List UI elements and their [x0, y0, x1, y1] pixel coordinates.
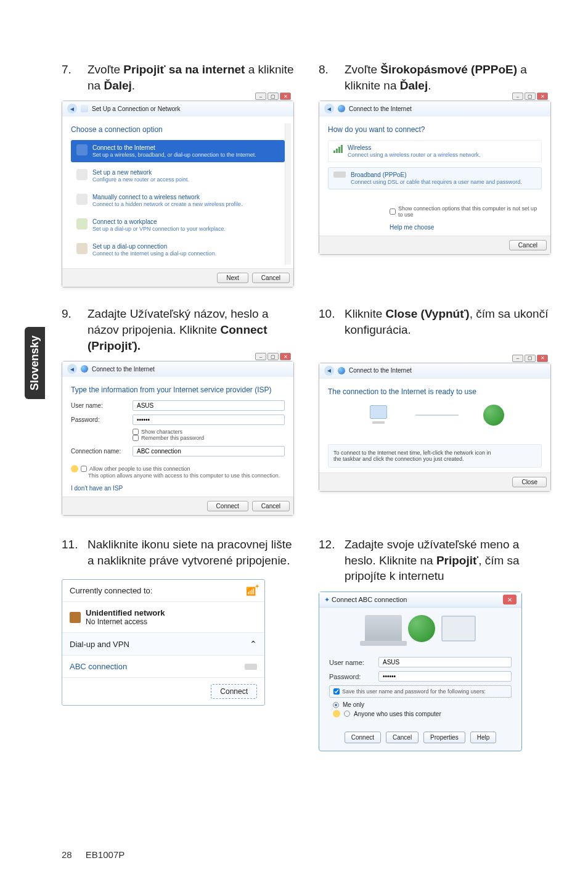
- connect-button[interactable]: Connect: [211, 684, 257, 699]
- laptop-icon: [365, 615, 402, 642]
- checkbox-label: Show connection options that this comput…: [398, 205, 542, 218]
- tray-popup: Currently connected to: 📶 Unidentified n…: [62, 579, 265, 706]
- radio-icon: [344, 711, 350, 717]
- checkbox[interactable]: [133, 429, 139, 435]
- connection-line: [415, 415, 459, 416]
- close-button[interactable]: ✕: [503, 595, 517, 604]
- back-icon[interactable]: ◄: [67, 364, 77, 374]
- cancel-button[interactable]: Cancel: [386, 732, 419, 743]
- connection-name-input[interactable]: [133, 446, 285, 456]
- close-button-footer[interactable]: Close: [512, 477, 547, 487]
- window-buttons: – ▢ ✕: [255, 353, 291, 360]
- scrollbar[interactable]: [285, 123, 291, 265]
- tray-abc-row[interactable]: ABC connection: [62, 656, 264, 678]
- checkbox[interactable]: [390, 208, 396, 215]
- remember-checkbox[interactable]: Remember this password: [133, 435, 285, 441]
- step-8: 8. Zvoľte Širokopásmové (PPPoE) a klikni…: [319, 62, 551, 93]
- tray-network-row: Unidentified network No Internet access: [62, 602, 264, 633]
- option-wireless[interactable]: WirelessConnect using a wireless router …: [328, 140, 542, 162]
- checkbox[interactable]: [81, 466, 87, 472]
- back-icon[interactable]: ◄: [324, 366, 334, 376]
- option-label: Connect to the Internet: [92, 144, 155, 151]
- password-input[interactable]: [378, 671, 512, 682]
- option-workplace[interactable]: Connect to a workplaceSet up a dial-up o…: [71, 214, 285, 236]
- save-credentials-box: Save this user name and password for the…: [329, 685, 512, 698]
- back-icon[interactable]: ◄: [67, 104, 77, 113]
- cancel-button[interactable]: Cancel: [252, 273, 290, 283]
- next-button[interactable]: Next: [217, 273, 248, 283]
- no-isp-link[interactable]: I don't have an ISP: [71, 485, 285, 492]
- maximize-button[interactable]: ▢: [267, 353, 279, 360]
- checkbox[interactable]: [133, 435, 139, 441]
- close-button[interactable]: ✕: [280, 353, 291, 360]
- radio-label: Me only: [343, 701, 364, 708]
- step-text: Nakliknite ikonu siete na pracovnej lišt…: [88, 537, 294, 568]
- radio-anyone[interactable]: Anyone who uses this computer: [333, 710, 512, 717]
- close-button[interactable]: ✕: [537, 355, 548, 362]
- password-input[interactable]: [133, 415, 285, 425]
- dialog-title: Set Up a Connection or Network: [92, 105, 180, 112]
- hero-graphic: [319, 608, 521, 650]
- globe-icon: [81, 365, 88, 373]
- chevron-up-icon[interactable]: ⌃: [250, 639, 257, 649]
- back-icon[interactable]: ◄: [324, 104, 334, 113]
- username-input[interactable]: [133, 400, 285, 411]
- help-button[interactable]: Help: [470, 732, 497, 743]
- show-chars-checkbox[interactable]: Show characters: [133, 429, 285, 435]
- checkbox-label: Show characters: [141, 429, 182, 435]
- titlebar: ◄ Connect to the Internet: [319, 363, 550, 379]
- t: Širokopásmové (PPPoE): [380, 63, 517, 76]
- cancel-button[interactable]: Cancel: [509, 240, 547, 250]
- option-broadband[interactable]: Broadband (PPPoE)Connect using DSL or ca…: [328, 167, 542, 189]
- computer-icon: [366, 405, 391, 425]
- save-checkbox[interactable]: [333, 688, 340, 695]
- t: Pripojiť: [436, 554, 478, 567]
- allow-others-checkbox[interactable]: Allow other people to use this connectio…: [71, 465, 285, 472]
- router-icon: [76, 169, 88, 180]
- window-buttons: – ▢ ✕: [512, 93, 548, 100]
- dialog-title: Connect to the Internet: [349, 367, 412, 374]
- dialog-heading: Type the information from your Internet …: [71, 386, 285, 394]
- option-dialup[interactable]: Set up a dial-up connectionConnect to th…: [71, 239, 285, 261]
- minimize-button[interactable]: –: [255, 93, 266, 100]
- option-new-network[interactable]: Set up a new networkConfigure a new rout…: [71, 165, 285, 187]
- option-sub: Connect to the Internet using a dial-up …: [92, 250, 216, 257]
- phone-icon: [76, 243, 88, 254]
- connect-icon: ✦: [324, 596, 330, 603]
- option-connect-internet[interactable]: Connect to the InternetSet up a wireless…: [71, 140, 285, 162]
- connect-button[interactable]: Connect: [345, 732, 381, 743]
- username-input[interactable]: [378, 657, 512, 667]
- connect-button[interactable]: Connect: [207, 501, 248, 511]
- option-label: Connect to a workplace: [92, 218, 157, 225]
- radio-icon: [333, 702, 339, 708]
- globe-icon: [338, 367, 345, 374]
- cancel-button[interactable]: Cancel: [252, 501, 290, 511]
- option-label: Set up a dial-up connection: [92, 243, 167, 250]
- t: Ďalej: [400, 79, 428, 92]
- radio-me-only[interactable]: Me only: [333, 701, 512, 708]
- network-icon: [81, 105, 88, 112]
- minimize-button[interactable]: –: [255, 353, 266, 360]
- properties-button[interactable]: Properties: [423, 732, 465, 743]
- maximize-button[interactable]: ▢: [525, 355, 536, 362]
- checkbox-label: Allow other people to use this connectio…: [89, 466, 190, 472]
- tip-box: To connect to the Internet next time, le…: [328, 444, 542, 468]
- checkbox-label: Remember this password: [141, 435, 204, 441]
- option-manual-wireless[interactable]: Manually connect to a wireless networkCo…: [71, 189, 285, 212]
- dialog-title: Connect to the Internet: [92, 366, 155, 373]
- maximize-button[interactable]: ▢: [267, 93, 279, 100]
- step-number: 12.: [319, 537, 333, 584]
- close-button[interactable]: ✕: [280, 93, 291, 100]
- step-number: 8.: [319, 62, 333, 93]
- help-link[interactable]: Help me choose: [390, 224, 542, 231]
- t: .: [132, 79, 135, 92]
- minimize-button[interactable]: –: [512, 93, 523, 100]
- close-button[interactable]: ✕: [537, 93, 548, 100]
- tray-heading: Currently connected to:: [70, 586, 152, 595]
- connection-name: ABC connection: [70, 662, 127, 671]
- minimize-button[interactable]: –: [512, 355, 523, 362]
- show-options-checkbox[interactable]: Show connection options that this comput…: [390, 205, 542, 218]
- maximize-button[interactable]: ▢: [525, 93, 536, 100]
- dialog-dial-connection: ✦ Connect ABC connection ✕ User name:: [319, 592, 522, 751]
- step-text: Zadajte svoje užívateľské meno a heslo. …: [345, 537, 551, 584]
